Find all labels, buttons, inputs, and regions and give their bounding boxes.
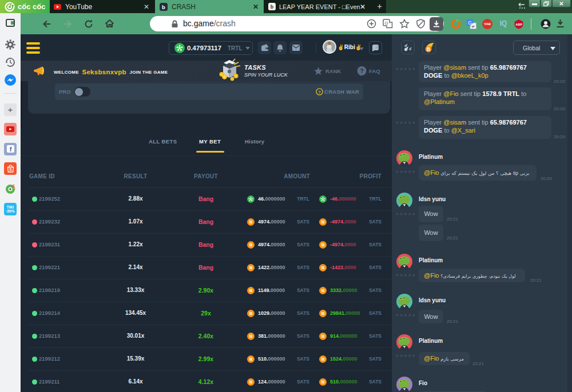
svg-text:B: B (321, 334, 325, 339)
svg-text:B: B (321, 265, 325, 270)
svg-text:B: B (249, 357, 253, 362)
svg-text:B: B (249, 334, 253, 339)
svg-text:B: B (249, 311, 253, 316)
svg-text:B: B (249, 265, 253, 270)
svg-text:B: B (321, 379, 325, 385)
svg-text:B: B (249, 288, 253, 293)
svg-text:B: B (249, 379, 253, 385)
svg-text:?: ? (360, 68, 363, 74)
svg-text:B: B (249, 219, 253, 225)
svg-text:B: B (321, 288, 325, 293)
svg-text:B: B (321, 219, 325, 225)
svg-text:B: B (427, 46, 430, 52)
svg-text:b: b (271, 4, 273, 10)
svg-text:B: B (249, 242, 253, 247)
svg-text:?: ? (318, 90, 321, 95)
svg-text:B: B (321, 311, 325, 316)
svg-text:ABP: ABP (515, 23, 522, 26)
svg-text:b: b (162, 3, 165, 10)
svg-text:S: S (9, 167, 12, 171)
svg-text:B: B (321, 357, 325, 362)
svg-text:G: G (384, 21, 388, 26)
svg-text:B: B (321, 242, 325, 247)
